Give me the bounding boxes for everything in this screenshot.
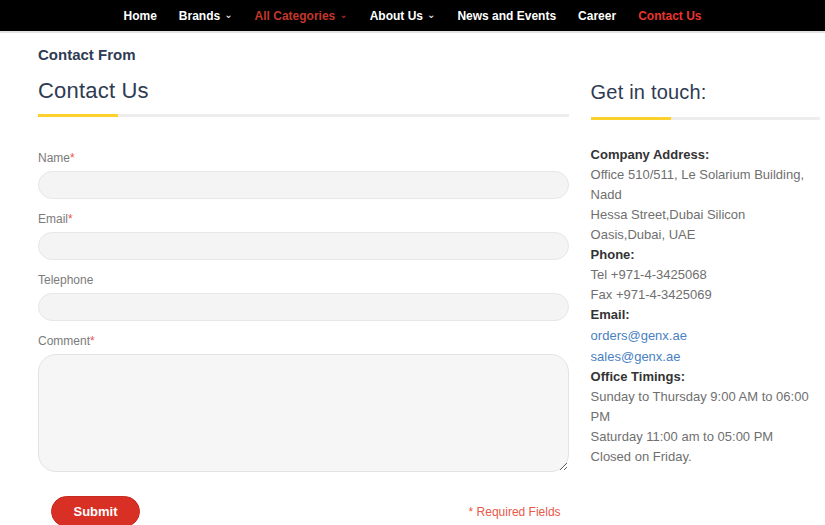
phone-fax-line: Fax +971-4-3425069 [591, 285, 820, 305]
contact-info-block: Company Address: Office 510/511, Le Sola… [591, 145, 820, 467]
nav-item-label: Brands [179, 9, 220, 23]
comment-field: Comment* [38, 331, 569, 472]
nav-item-label: All Categories [255, 9, 336, 23]
nav-item-about-us[interactable]: About Us⌄ [359, 9, 447, 23]
title-divider [591, 117, 820, 120]
telephone-field: Telephone [38, 270, 569, 321]
title-divider [38, 114, 569, 117]
phone-heading: Phone: [591, 245, 820, 265]
comment-label-text: Comment [38, 334, 90, 348]
phone-tel-line: Tel +971-4-3425068 [591, 265, 820, 285]
name-field: Name* [38, 148, 569, 199]
content-area: Contact Us Name* Email* Telephone Commen… [0, 63, 825, 525]
comment-label: Comment* [38, 334, 95, 348]
name-input[interactable] [38, 171, 569, 199]
required-fields-note: * Required Fields [469, 505, 561, 519]
telephone-label: Telephone [38, 273, 93, 287]
nav-item-label: Home [124, 9, 157, 23]
get-in-touch-column: Get in touch: Company Address: Office 51… [591, 78, 820, 525]
email-heading: Email: [591, 305, 820, 325]
timing-line-saturday: Saturday 11:00 am to 05:00 PM [591, 427, 820, 447]
required-asterisk: * [90, 334, 95, 348]
nav-item-contact-us[interactable]: Contact Us [627, 9, 712, 23]
nav-item-label: News and Events [457, 9, 556, 23]
comment-textarea[interactable] [38, 354, 569, 472]
address-line: Hessa Street,Dubai Silicon Oasis,Dubai, … [591, 205, 820, 245]
email-input[interactable] [38, 232, 569, 260]
chevron-down-icon: ⌄ [427, 9, 435, 20]
contact-form: Name* Email* Telephone Comment* Submit *… [38, 148, 569, 525]
form-footer: Submit * Required Fields [38, 496, 569, 525]
nav-item-label: Career [578, 9, 616, 23]
email-label-text: Email [38, 212, 68, 226]
required-asterisk: * [70, 151, 75, 165]
name-label-text: Name [38, 151, 70, 165]
chevron-down-icon: ⌄ [224, 9, 232, 20]
chevron-down-icon: ⌄ [339, 9, 347, 20]
address-line: Office 510/511, Le Solarium Building, Na… [591, 165, 820, 205]
page-title-breadcrumb: Contact From [38, 46, 825, 63]
email-link-sales[interactable]: sales@genx.ae [591, 346, 820, 367]
contact-form-column: Contact Us Name* Email* Telephone Commen… [38, 78, 569, 525]
email-link-orders[interactable]: orders@genx.ae [591, 325, 820, 346]
submit-button[interactable]: Submit [51, 496, 140, 525]
contact-form-title: Contact Us [38, 78, 569, 104]
telephone-input[interactable] [38, 293, 569, 321]
get-in-touch-title: Get in touch: [591, 81, 820, 104]
timing-line-friday: Closed on Friday. [591, 447, 820, 467]
title-divider-accent [38, 114, 118, 117]
office-timings-heading: Office Timings: [591, 367, 820, 387]
nav-item-home[interactable]: Home [113, 9, 168, 23]
email-field: Email* [38, 209, 569, 260]
required-asterisk: * [68, 212, 73, 226]
name-label: Name* [38, 151, 75, 165]
nav-item-news-and-events[interactable]: News and Events [446, 9, 567, 23]
email-label: Email* [38, 212, 73, 226]
nav-item-all-categories[interactable]: All Categories⌄ [244, 9, 359, 23]
top-navigation-bar: Home Brands⌄ All Categories⌄ About Us⌄ N… [0, 0, 825, 33]
timing-line-weekdays: Sunday to Thursday 9:00 AM to 06:00 PM [591, 387, 820, 427]
company-address-heading: Company Address: [591, 145, 820, 165]
nav-item-brands[interactable]: Brands⌄ [168, 9, 244, 23]
nav-item-label: Contact Us [638, 9, 701, 23]
nav-item-career[interactable]: Career [567, 9, 627, 23]
nav-item-label: About Us [370, 9, 423, 23]
telephone-label-text: Telephone [38, 273, 93, 287]
title-divider-accent [591, 117, 671, 120]
